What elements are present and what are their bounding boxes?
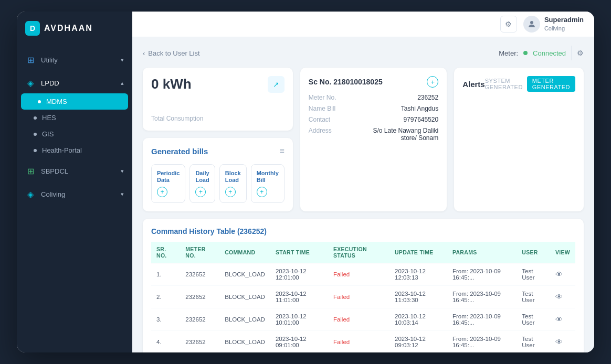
periodic-plus-icon[interactable]: + <box>157 187 167 197</box>
data-buttons: Periodic Data + Daily Load + Block Load … <box>151 164 285 203</box>
meter-status: Meter: Connected ⚙ <box>499 46 584 60</box>
daily-plus-icon[interactable]: + <box>195 187 206 197</box>
view-icon[interactable]: 👁 <box>555 270 563 279</box>
cell-update: 2023-10-12 11:03:30 <box>389 286 447 308</box>
sidebar-item-health-portal[interactable]: Health-Portal <box>17 142 132 158</box>
block-load-button[interactable]: Block Load + <box>219 164 247 203</box>
cell-view[interactable]: 👁 <box>550 331 575 352</box>
cell-start: 2023-10-12 12:01:00 <box>270 263 328 286</box>
daily-load-button[interactable]: Daily Load + <box>189 164 215 203</box>
sidebar-item-gis[interactable]: GIS <box>17 126 132 142</box>
sub-dot <box>34 133 37 136</box>
kwh-value: 0 kWh <box>151 76 192 92</box>
lpdd-icon: ◈ <box>25 78 36 88</box>
monthly-bill-button[interactable]: Monthly Bill + <box>251 164 285 203</box>
sidebar-item-lpdd[interactable]: ◈ LPDD ▴ <box>17 72 132 93</box>
meter-info-card: Sc No. 218010018025 + Meter No. 236252 N… <box>300 68 447 211</box>
cell-sr: 3. <box>151 308 180 331</box>
cell-view[interactable]: 👁 <box>550 263 575 286</box>
settings-button[interactable]: ⚙ <box>500 16 517 33</box>
daily-label: Daily Load <box>195 170 209 184</box>
chevron-down-icon: ▾ <box>121 57 124 63</box>
monthly-label: Monthly Bill <box>257 170 279 184</box>
cell-view[interactable]: 👁 <box>550 308 575 331</box>
cell-meter: 232652 <box>180 308 219 331</box>
app-container: D AVDHAAN ⊞ Utility ▾ ◈ LPDD ▴ <box>17 12 594 352</box>
cell-update: 2023-10-12 10:03:14 <box>389 308 447 331</box>
col-user: USER <box>517 242 550 263</box>
logo-icon: D <box>25 21 40 36</box>
sidebar-item-hes[interactable]: HES <box>17 110 132 126</box>
sc-plus-button[interactable]: + <box>427 76 438 88</box>
table-body: 1. 232652 BLOCK_LOAD 2023-10-12 12:01:00… <box>151 263 575 352</box>
nav-section-sbpdcl: ⊞ SBPDCL ▾ <box>17 160 132 181</box>
back-link[interactable]: ‹ Back to User List <box>143 49 200 57</box>
block-label: Block Load <box>225 170 241 184</box>
monthly-plus-icon[interactable]: + <box>257 187 267 197</box>
sub-header: ‹ Back to User List Meter: Connected ⚙ <box>143 46 584 60</box>
nav-section-coliving: ◈ Coliving ▾ <box>17 184 132 205</box>
cards-row: 0 kWh ↗ Total Consumption Generated bill… <box>143 68 584 211</box>
view-icon[interactable]: 👁 <box>555 315 563 324</box>
utility-icon: ⊞ <box>25 55 36 65</box>
user-menu[interactable]: Superadmin Coliving <box>523 16 584 33</box>
col-view: VIEW <box>550 242 575 263</box>
sidebar-item-label: Coliving <box>41 190 121 198</box>
bills-title: Generated bills <box>151 147 208 156</box>
bills-card: Generated bills ≡ Periodic Data + Daily … <box>143 138 293 211</box>
col-sr: SR. NO. <box>151 242 180 263</box>
cell-start: 2023-10-12 09:01:00 <box>270 331 328 352</box>
sc-header: Sc No. 218010018025 + <box>309 76 438 88</box>
periodic-label: Periodic Data <box>157 170 180 184</box>
cell-sr: 2. <box>151 286 180 308</box>
consumption-sublabel: Total Consumption <box>151 115 285 122</box>
table-header-row: SR. NO. METER NO. COMMAND START TIME EXE… <box>151 242 575 263</box>
coliving-icon: ◈ <box>25 189 36 199</box>
view-icon[interactable]: 👁 <box>555 293 563 301</box>
meter-gear-icon[interactable]: ⚙ <box>577 49 584 57</box>
cell-params: From: 2023-10-09 16:45:... <box>447 263 517 286</box>
cell-start: 2023-10-12 10:01:00 <box>270 308 328 331</box>
page-content: ‹ Back to User List Meter: Connected ⚙ <box>132 37 594 352</box>
cell-update: 2023-10-12 12:03:13 <box>389 263 447 286</box>
cell-user: Test User <box>517 331 550 352</box>
cell-view[interactable]: 👁 <box>550 286 575 308</box>
connected-status: Connected <box>533 49 566 57</box>
card-header: 0 kWh ↗ <box>151 76 285 93</box>
sidebar-sub-label: MDMS <box>46 98 67 105</box>
bills-menu-icon[interactable]: ≡ <box>280 146 285 156</box>
active-dot <box>38 100 41 103</box>
sidebar-item-sbpdcl[interactable]: ⊞ SBPDCL ▾ <box>17 160 132 181</box>
sidebar-item-utility[interactable]: ⊞ Utility ▾ <box>17 49 132 70</box>
periodic-data-button[interactable]: Periodic Data + <box>151 164 185 203</box>
sidebar-item-mdms[interactable]: MDMS <box>21 93 128 110</box>
connected-dot <box>523 51 528 55</box>
divider <box>571 46 572 60</box>
cell-status: Failed <box>328 331 389 352</box>
view-icon[interactable]: 👁 <box>555 338 563 346</box>
back-label: Back to User List <box>148 49 199 57</box>
sidebar-logo: D AVDHAAN <box>17 12 132 45</box>
cell-command: BLOCK_LOAD <box>219 263 270 286</box>
meter-no-row: Meter No. 236252 <box>309 94 438 101</box>
alert-tabs: SYSTEM GENERATED METER GENERATED <box>485 76 575 92</box>
cell-status: Failed <box>328 308 389 331</box>
sidebar-item-coliving[interactable]: ◈ Coliving ▾ <box>17 184 132 205</box>
chevron-down-icon: ▾ <box>121 191 124 198</box>
command-title: Command History Table (236252) <box>151 227 575 235</box>
address-value: S/o Late Nawang Daliki store/ Sonam <box>361 127 438 142</box>
block-plus-icon[interactable]: + <box>225 187 236 197</box>
trend-icon: ↗ <box>268 76 285 93</box>
meter-generated-tab[interactable]: METER GENERATED <box>527 76 575 92</box>
sidebar: D AVDHAAN ⊞ Utility ▾ ◈ LPDD ▴ <box>17 12 132 352</box>
col-status: EXECUTION STATUS <box>328 242 389 263</box>
col-start: START TIME <box>270 242 328 263</box>
cell-meter: 232652 <box>180 286 219 308</box>
sidebar-sub-label: HES <box>42 114 56 122</box>
sbpdcl-icon: ⊞ <box>25 166 36 176</box>
nav-section-lpdd: ◈ LPDD ▴ MDMS HES GIS He <box>17 72 132 158</box>
cell-params: From: 2023-10-09 16:45:... <box>447 308 517 331</box>
sub-dot <box>34 116 37 120</box>
system-generated-tab[interactable]: SYSTEM GENERATED <box>485 78 523 90</box>
cell-meter: 232652 <box>180 331 219 352</box>
